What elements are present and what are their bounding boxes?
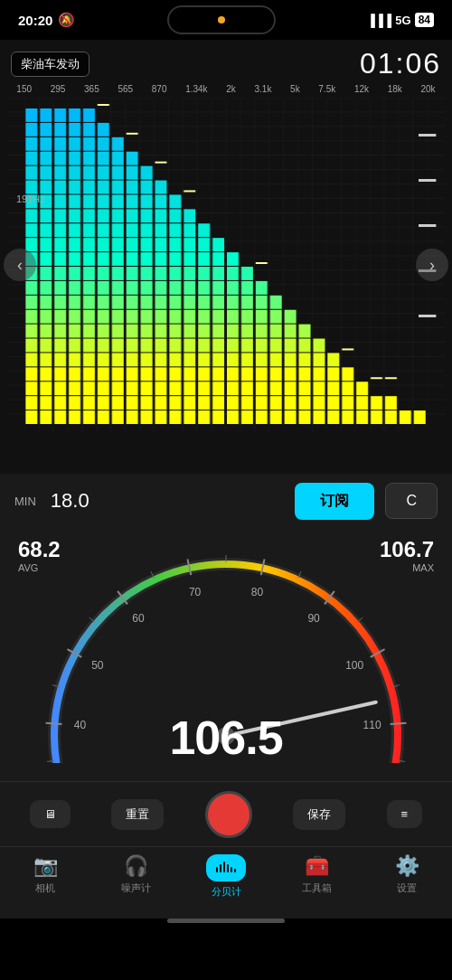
tools-icon: 🧰: [305, 854, 329, 878]
decibel-active-icon: [206, 854, 246, 881]
reset-button[interactable]: 重置: [111, 799, 164, 830]
tools-label: 工具箱: [302, 881, 332, 895]
home-indicator: [167, 919, 285, 923]
record-button[interactable]: [205, 791, 252, 838]
record-icon: [220, 806, 238, 824]
svg-rect-4: [231, 867, 232, 872]
svg-rect-2: [223, 862, 225, 872]
reset-label: 重置: [126, 806, 149, 823]
dynamic-island: [167, 5, 276, 34]
tab-tools[interactable]: 🧰 工具箱: [271, 854, 362, 895]
gauge-section: 68.2 AVG 106.7 MAX 106.5: [0, 528, 452, 781]
tab-settings[interactable]: ⚙️ 设置: [362, 854, 452, 895]
action-bar: 🖥 重置 保存 ≡: [0, 781, 452, 846]
signal-bars-icon: ▐▐▐: [367, 14, 392, 27]
nav-left-button[interactable]: ‹: [4, 249, 36, 281]
svg-rect-0: [216, 867, 218, 872]
settings-label: 设置: [397, 881, 417, 895]
tab-camera[interactable]: 📷 相机: [0, 854, 90, 895]
save-button[interactable]: 保存: [293, 799, 345, 830]
settings-icon: ⚙️: [395, 854, 419, 878]
spectrum-canvas-wrap: ‹ ›: [0, 98, 452, 432]
subscribe-button[interactable]: 订阅: [295, 483, 374, 520]
battery-indicator: 84: [415, 13, 434, 27]
clear-button[interactable]: C: [385, 483, 438, 519]
svg-rect-5: [234, 869, 236, 872]
svg-rect-1: [220, 864, 221, 872]
min-value: 18.0: [51, 489, 285, 513]
decibel-label: 分贝计: [212, 885, 241, 899]
spectrum-analyzer: 柴油车发动 01:06 150 295 365 565 870 1.34k 2k…: [0, 40, 452, 474]
camera-label: 相机: [35, 881, 55, 895]
status-bar: 20:20 🔕 ▐▐▐ 5G 84: [0, 0, 452, 40]
device-button[interactable]: 🖥: [30, 800, 71, 828]
svg-rect-3: [227, 864, 229, 872]
island-dot: [218, 16, 225, 24]
status-time: 20:20: [18, 13, 52, 28]
network-type: 5G: [395, 14, 410, 27]
frequency-labels: 150 295 365 565 870 1.34k 2k 3.1k 5k 7.5…: [0, 84, 452, 94]
noise-label: 噪声计: [121, 881, 151, 895]
current-db-value: 106.5: [169, 711, 282, 765]
tab-bar: 📷 相机 🎧 噪声计 分贝计 🧰 工具箱 ⚙️ 设置: [0, 846, 452, 919]
nav-right-button[interactable]: ›: [416, 249, 448, 281]
spectrum-top-bar: 柴油车发动 01:06: [0, 40, 452, 84]
camera-icon: 📷: [33, 854, 58, 878]
noise-icon: 🎧: [124, 854, 148, 878]
tab-decibel[interactable]: 分贝计: [181, 854, 271, 899]
spectrum-canvas: [7, 98, 445, 432]
timer-display: 01:06: [360, 47, 441, 80]
tab-noise[interactable]: 🎧 噪声计: [90, 854, 181, 895]
save-label: 保存: [307, 806, 331, 823]
device-icon: 🖥: [44, 807, 56, 821]
sound-label: 柴油车发动: [11, 52, 89, 77]
hz-label: 191Hz: [16, 193, 45, 204]
menu-icon: ≡: [401, 807, 409, 821]
controls-row: MIN 18.0 订阅 C: [0, 474, 452, 528]
bell-icon: 🔕: [58, 12, 75, 28]
menu-button[interactable]: ≡: [387, 800, 423, 828]
min-label: MIN: [14, 495, 36, 508]
